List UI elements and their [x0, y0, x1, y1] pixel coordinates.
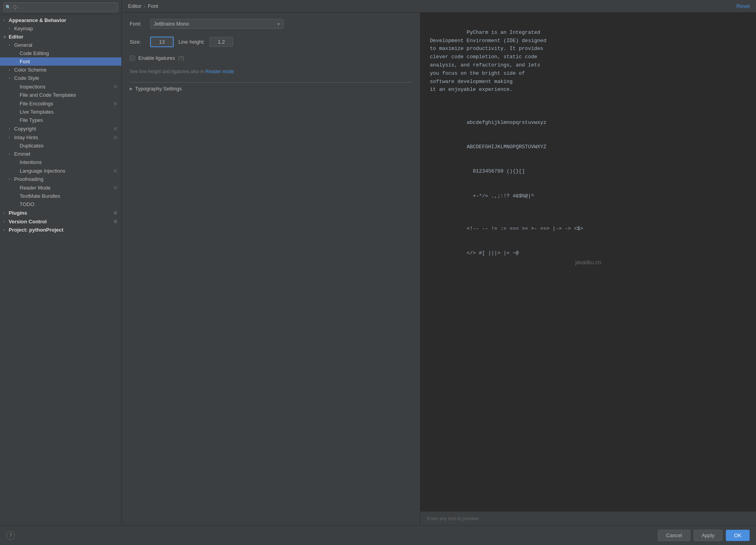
- sidebar-item-label: Keymap: [14, 26, 33, 31]
- search-input[interactable]: [3, 2, 118, 12]
- help-button[interactable]: ?: [6, 531, 15, 540]
- font-select[interactable]: JetBrains MonoFira CodeConsolasCourier N…: [150, 19, 284, 29]
- sidebar-item-badge: ⊞: [112, 134, 118, 140]
- apply-button[interactable]: Apply: [694, 530, 723, 541]
- breadcrumb-current: Font: [148, 3, 158, 9]
- preview-uppercase: ABCDEFGHIJKLMNOPQRSTUVWXYZ: [467, 144, 547, 150]
- font-label: Font:: [130, 21, 145, 27]
- size-label: Size:: [130, 39, 145, 45]
- sidebar-item-label: Project: pythonProject: [9, 227, 63, 233]
- ligatures-help-icon: (?): [178, 55, 184, 61]
- preview-symbols: +-*/= .,;:!? #&$%@|^: [467, 193, 534, 199]
- chevron-icon: ›: [9, 76, 14, 80]
- sidebar-item-label: Plugins: [9, 210, 27, 216]
- sidebar-item-font[interactable]: Font: [0, 57, 121, 66]
- sidebar-item-label: Live Templates: [20, 109, 53, 115]
- sidebar-item-label: Inspections: [20, 84, 46, 90]
- sidebar-item-label: File Encodings: [20, 101, 53, 107]
- sidebar-item-badge: ⊞: [112, 218, 118, 225]
- sidebar-item-label: Code Editing: [20, 50, 49, 56]
- sidebar-item-inlay-hints[interactable]: ›Inlay Hints⊞: [0, 133, 121, 142]
- ligatures-checkbox[interactable]: [130, 55, 135, 61]
- line-height-input[interactable]: [209, 37, 233, 47]
- sidebar-item-label: TextMate Bundles: [20, 193, 60, 199]
- sidebar-item-label: Editor: [9, 34, 24, 40]
- search-bar: 🔍: [0, 0, 121, 15]
- sidebar-item-badge: ⊞: [112, 100, 118, 107]
- font-settings: Font: JetBrains MonoFira CodeConsolasCou…: [122, 13, 420, 525]
- dialog-footer: ? Cancel Apply OK: [0, 525, 756, 545]
- sidebar-item-inspections[interactable]: Inspections⊞: [0, 82, 121, 91]
- chevron-icon: ›: [9, 26, 14, 31]
- chevron-icon: ›: [9, 177, 14, 181]
- search-icon: 🔍: [6, 5, 11, 10]
- sidebar-item-textmate-bundles[interactable]: TextMate Bundles: [0, 192, 121, 200]
- sidebar-item-label: Copyright: [14, 126, 36, 132]
- main-content: Editor › Font Reset Font: JetBrains Mono…: [122, 0, 756, 525]
- sidebar-item-plugins[interactable]: ›Plugins⊞: [0, 208, 121, 217]
- reader-mode-link[interactable]: Reader mode: [206, 69, 234, 74]
- sidebar-item-intentions[interactable]: Intentions: [0, 158, 121, 166]
- sidebar-item-label: Inlay Hints: [14, 134, 38, 140]
- sidebar-item-live-templates[interactable]: Live Templates: [0, 108, 121, 116]
- typography-label: Typography Settings: [135, 86, 182, 92]
- reset-button[interactable]: Reset: [736, 3, 750, 9]
- sidebar-item-label: Duplicates: [20, 143, 44, 149]
- sidebar-item-todo[interactable]: TODO: [0, 200, 121, 208]
- sidebar-item-project-python[interactable]: ›Project: pythonProject: [0, 226, 121, 234]
- sidebar-item-file-types[interactable]: File Types: [0, 116, 121, 124]
- sidebar-item-file-code-templates[interactable]: File and Code Templates: [0, 91, 121, 99]
- chevron-icon: ›: [9, 127, 14, 131]
- dialog-content: 🔍 ›Appearance & Behavior›Keymap∨Editor›G…: [0, 0, 756, 525]
- sidebar-item-color-scheme[interactable]: ›Color Scheme: [0, 66, 121, 74]
- sidebar-item-label: TODO: [20, 201, 34, 207]
- sidebar: 🔍 ›Appearance & Behavior›Keymap∨Editor›G…: [0, 0, 122, 525]
- chevron-icon: ›: [3, 18, 9, 22]
- sidebar-item-label: Language Injections: [20, 168, 65, 174]
- sidebar-item-file-encodings[interactable]: File Encodings⊞: [0, 99, 121, 108]
- preview-ligatures1: <!-- -- != := === >= >- >=> |-> -> <$>: [467, 226, 583, 232]
- sidebar-item-general[interactable]: ›General: [0, 41, 121, 49]
- settings-dialog: 🔍 ›Appearance & Behavior›Keymap∨Editor›G…: [0, 0, 756, 545]
- sidebar-item-label: Font: [20, 59, 30, 64]
- sidebar-item-version-control[interactable]: ›Version Control⊞: [0, 217, 121, 226]
- sidebar-item-label: Proofreading: [14, 176, 43, 182]
- sidebar-item-reader-mode[interactable]: Reader Mode⊞: [0, 183, 121, 192]
- sidebar-item-badge: ⊞: [112, 184, 118, 191]
- sidebar-item-language-injections[interactable]: Language Injections⊞: [0, 166, 121, 175]
- sidebar-item-label: General: [14, 42, 32, 48]
- preview-ligatures2: </> #[ |||> |= ~@: [467, 250, 519, 256]
- size-input[interactable]: [150, 37, 174, 47]
- line-height-label: Line height:: [178, 39, 205, 45]
- chevron-icon: ∨: [3, 35, 9, 39]
- sidebar-item-proofreading[interactable]: ›Proofreading: [0, 175, 121, 183]
- sidebar-item-code-style[interactable]: ›Code Style: [0, 74, 121, 82]
- sidebar-item-label: Emmet: [14, 151, 30, 157]
- typography-section: ▶ Typography Settings: [130, 82, 412, 92]
- breadcrumb-parent: Editor: [128, 3, 141, 9]
- sidebar-item-editor[interactable]: ∨Editor: [0, 33, 121, 41]
- chevron-icon: ›: [9, 43, 14, 47]
- typography-header[interactable]: ▶ Typography Settings: [130, 86, 412, 92]
- ok-button[interactable]: OK: [726, 530, 750, 541]
- cancel-button[interactable]: Cancel: [658, 530, 690, 541]
- sidebar-item-copyright[interactable]: ›Copyright⊞: [0, 124, 121, 133]
- chevron-icon: ›: [9, 68, 14, 72]
- watermark: javatiku.cn: [575, 258, 601, 266]
- chevron-icon: ›: [3, 228, 9, 232]
- preview-placeholder: Enter any text to preview: [420, 512, 756, 525]
- sidebar-item-keymap[interactable]: ›Keymap: [0, 24, 121, 33]
- sidebar-item-badge: ⊞: [112, 168, 118, 174]
- font-select-wrapper: JetBrains MonoFira CodeConsolasCourier N…: [150, 19, 284, 29]
- sidebar-item-label: File and Code Templates: [20, 92, 76, 98]
- sidebar-item-code-editing[interactable]: Code Editing: [0, 49, 121, 57]
- ligatures-label: Enable ligatures: [138, 55, 175, 61]
- sidebar-item-duplicates[interactable]: Duplicates: [0, 142, 121, 150]
- chevron-icon: ›: [9, 152, 14, 156]
- sidebar-item-emmet[interactable]: ›Emmet: [0, 150, 121, 158]
- sidebar-item-appearance[interactable]: ›Appearance & Behavior: [0, 16, 121, 24]
- chevron-icon: ›: [3, 219, 9, 224]
- preview-numbers: 0123456789 (){}[]: [467, 168, 525, 174]
- font-row: Font: JetBrains MonoFira CodeConsolasCou…: [130, 19, 412, 29]
- sidebar-item-label: Color Scheme: [14, 67, 46, 73]
